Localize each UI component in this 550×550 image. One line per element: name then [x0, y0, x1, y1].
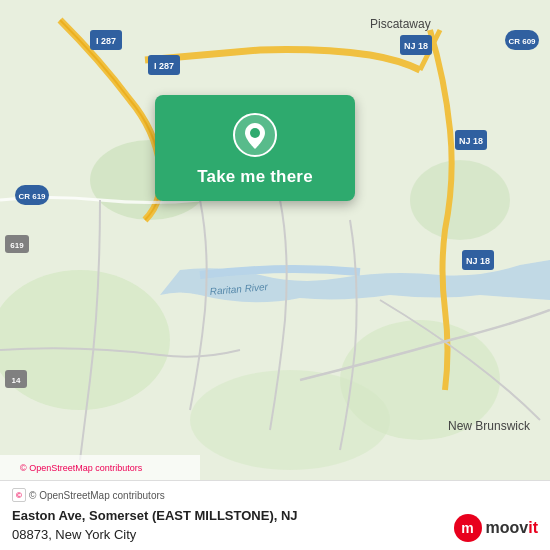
location-card: Take me there: [155, 95, 355, 201]
osm-credit-text: © OpenStreetMap contributors: [29, 490, 165, 501]
svg-text:CR 609: CR 609: [508, 37, 536, 46]
location-pin-icon: [233, 113, 277, 157]
svg-text:© OpenStreetMap contributors: © OpenStreetMap contributors: [20, 463, 143, 473]
map-view[interactable]: I 287 I 287 NJ 18 NJ 18 NJ 18 CR 609 CR …: [0, 0, 550, 480]
moovit-logo: m moovit: [454, 514, 538, 542]
svg-text:New Brunswick: New Brunswick: [448, 419, 531, 433]
svg-text:619: 619: [10, 241, 24, 250]
svg-point-3: [190, 370, 390, 470]
take-me-there-button[interactable]: Take me there: [197, 167, 313, 187]
address-text: Easton Ave, Somerset (EAST MILLSTONE), N…: [12, 508, 298, 523]
svg-text:14: 14: [12, 376, 21, 385]
svg-text:NJ 18: NJ 18: [404, 41, 428, 51]
svg-text:CR 619: CR 619: [18, 192, 46, 201]
city-text: 08873, New York City: [12, 527, 136, 542]
svg-point-30: [250, 128, 260, 138]
osm-attribution: © © OpenStreetMap contributors: [12, 488, 538, 502]
svg-text:I 287: I 287: [96, 36, 116, 46]
moovit-icon: m: [454, 514, 482, 542]
osm-logo: ©: [12, 488, 26, 502]
svg-text:I 287: I 287: [154, 61, 174, 71]
svg-text:Piscataway: Piscataway: [370, 17, 431, 31]
bottom-info-bar: © © OpenStreetMap contributors Easton Av…: [0, 480, 550, 550]
svg-text:NJ 18: NJ 18: [459, 136, 483, 146]
moovit-brand-text: moovit: [486, 519, 538, 537]
svg-text:NJ 18: NJ 18: [466, 256, 490, 266]
svg-point-5: [410, 160, 510, 240]
